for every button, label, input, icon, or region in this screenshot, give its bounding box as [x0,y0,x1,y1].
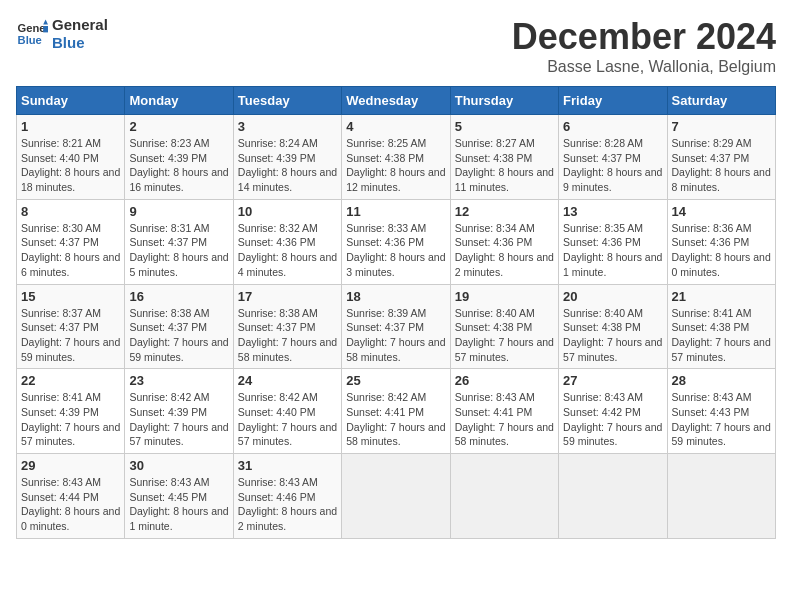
day-info: Sunrise: 8:34 AMSunset: 4:36 PMDaylight:… [455,221,554,280]
day-number: 27 [563,373,662,388]
day-number: 24 [238,373,337,388]
day-info: Sunrise: 8:29 AMSunset: 4:37 PMDaylight:… [672,136,771,195]
day-number: 30 [129,458,228,473]
header: General Blue General Blue December 2024 … [16,16,776,76]
calendar-body: 1Sunrise: 8:21 AMSunset: 4:40 PMDaylight… [17,115,776,539]
svg-text:Blue: Blue [18,34,42,46]
day-number: 7 [672,119,771,134]
logo-general: General [52,16,108,34]
calendar-cell: 31Sunrise: 8:43 AMSunset: 4:46 PMDayligh… [233,454,341,539]
day-info: Sunrise: 8:43 AMSunset: 4:45 PMDaylight:… [129,475,228,534]
calendar-cell: 16Sunrise: 8:38 AMSunset: 4:37 PMDayligh… [125,284,233,369]
calendar-week-5: 29Sunrise: 8:43 AMSunset: 4:44 PMDayligh… [17,454,776,539]
day-number: 31 [238,458,337,473]
calendar-cell: 29Sunrise: 8:43 AMSunset: 4:44 PMDayligh… [17,454,125,539]
calendar-cell: 13Sunrise: 8:35 AMSunset: 4:36 PMDayligh… [559,199,667,284]
page-title: December 2024 [512,16,776,58]
day-info: Sunrise: 8:43 AMSunset: 4:43 PMDaylight:… [672,390,771,449]
calendar-header-sunday: Sunday [17,87,125,115]
day-info: Sunrise: 8:43 AMSunset: 4:44 PMDaylight:… [21,475,120,534]
day-info: Sunrise: 8:40 AMSunset: 4:38 PMDaylight:… [563,306,662,365]
calendar-cell: 28Sunrise: 8:43 AMSunset: 4:43 PMDayligh… [667,369,775,454]
calendar-week-3: 15Sunrise: 8:37 AMSunset: 4:37 PMDayligh… [17,284,776,369]
calendar-header-row: SundayMondayTuesdayWednesdayThursdayFrid… [17,87,776,115]
calendar-cell [559,454,667,539]
page-subtitle: Basse Lasne, Wallonia, Belgium [512,58,776,76]
calendar-cell: 17Sunrise: 8:38 AMSunset: 4:37 PMDayligh… [233,284,341,369]
day-number: 19 [455,289,554,304]
calendar-cell: 2Sunrise: 8:23 AMSunset: 4:39 PMDaylight… [125,115,233,200]
calendar-cell: 22Sunrise: 8:41 AMSunset: 4:39 PMDayligh… [17,369,125,454]
day-number: 18 [346,289,445,304]
calendar-week-4: 22Sunrise: 8:41 AMSunset: 4:39 PMDayligh… [17,369,776,454]
day-number: 26 [455,373,554,388]
day-number: 17 [238,289,337,304]
calendar-header-saturday: Saturday [667,87,775,115]
svg-marker-3 [43,26,48,32]
calendar-cell: 12Sunrise: 8:34 AMSunset: 4:36 PMDayligh… [450,199,558,284]
day-info: Sunrise: 8:38 AMSunset: 4:37 PMDaylight:… [129,306,228,365]
day-info: Sunrise: 8:41 AMSunset: 4:38 PMDaylight:… [672,306,771,365]
calendar-cell [450,454,558,539]
calendar-cell: 15Sunrise: 8:37 AMSunset: 4:37 PMDayligh… [17,284,125,369]
calendar-cell: 1Sunrise: 8:21 AMSunset: 4:40 PMDaylight… [17,115,125,200]
day-info: Sunrise: 8:27 AMSunset: 4:38 PMDaylight:… [455,136,554,195]
day-number: 5 [455,119,554,134]
day-number: 9 [129,204,228,219]
day-info: Sunrise: 8:41 AMSunset: 4:39 PMDaylight:… [21,390,120,449]
day-number: 20 [563,289,662,304]
day-info: Sunrise: 8:43 AMSunset: 4:42 PMDaylight:… [563,390,662,449]
day-info: Sunrise: 8:43 AMSunset: 4:46 PMDaylight:… [238,475,337,534]
calendar-cell: 27Sunrise: 8:43 AMSunset: 4:42 PMDayligh… [559,369,667,454]
day-number: 8 [21,204,120,219]
calendar-cell: 5Sunrise: 8:27 AMSunset: 4:38 PMDaylight… [450,115,558,200]
calendar-week-1: 1Sunrise: 8:21 AMSunset: 4:40 PMDaylight… [17,115,776,200]
calendar-cell [667,454,775,539]
calendar-cell: 14Sunrise: 8:36 AMSunset: 4:36 PMDayligh… [667,199,775,284]
logo-blue: Blue [52,34,108,52]
day-number: 13 [563,204,662,219]
day-number: 21 [672,289,771,304]
day-info: Sunrise: 8:42 AMSunset: 4:39 PMDaylight:… [129,390,228,449]
calendar-cell: 8Sunrise: 8:30 AMSunset: 4:37 PMDaylight… [17,199,125,284]
calendar-cell: 26Sunrise: 8:43 AMSunset: 4:41 PMDayligh… [450,369,558,454]
day-number: 15 [21,289,120,304]
day-info: Sunrise: 8:40 AMSunset: 4:38 PMDaylight:… [455,306,554,365]
day-info: Sunrise: 8:36 AMSunset: 4:36 PMDaylight:… [672,221,771,280]
day-info: Sunrise: 8:33 AMSunset: 4:36 PMDaylight:… [346,221,445,280]
calendar-cell [342,454,450,539]
calendar-table: SundayMondayTuesdayWednesdayThursdayFrid… [16,86,776,539]
calendar-header-wednesday: Wednesday [342,87,450,115]
day-info: Sunrise: 8:42 AMSunset: 4:41 PMDaylight:… [346,390,445,449]
calendar-cell: 20Sunrise: 8:40 AMSunset: 4:38 PMDayligh… [559,284,667,369]
day-number: 6 [563,119,662,134]
day-number: 25 [346,373,445,388]
calendar-week-2: 8Sunrise: 8:30 AMSunset: 4:37 PMDaylight… [17,199,776,284]
day-number: 14 [672,204,771,219]
day-info: Sunrise: 8:31 AMSunset: 4:37 PMDaylight:… [129,221,228,280]
calendar-cell: 6Sunrise: 8:28 AMSunset: 4:37 PMDaylight… [559,115,667,200]
calendar-cell: 25Sunrise: 8:42 AMSunset: 4:41 PMDayligh… [342,369,450,454]
day-number: 16 [129,289,228,304]
calendar-cell: 30Sunrise: 8:43 AMSunset: 4:45 PMDayligh… [125,454,233,539]
day-number: 2 [129,119,228,134]
day-number: 11 [346,204,445,219]
calendar-header-tuesday: Tuesday [233,87,341,115]
day-info: Sunrise: 8:42 AMSunset: 4:40 PMDaylight:… [238,390,337,449]
logo-icon: General Blue [16,18,48,50]
day-number: 12 [455,204,554,219]
calendar-cell: 11Sunrise: 8:33 AMSunset: 4:36 PMDayligh… [342,199,450,284]
calendar-cell: 24Sunrise: 8:42 AMSunset: 4:40 PMDayligh… [233,369,341,454]
day-number: 3 [238,119,337,134]
calendar-cell: 9Sunrise: 8:31 AMSunset: 4:37 PMDaylight… [125,199,233,284]
day-number: 29 [21,458,120,473]
day-number: 23 [129,373,228,388]
day-number: 1 [21,119,120,134]
logo: General Blue General Blue [16,16,108,52]
calendar-cell: 19Sunrise: 8:40 AMSunset: 4:38 PMDayligh… [450,284,558,369]
title-area: December 2024 Basse Lasne, Wallonia, Bel… [512,16,776,76]
day-info: Sunrise: 8:39 AMSunset: 4:37 PMDaylight:… [346,306,445,365]
calendar-cell: 7Sunrise: 8:29 AMSunset: 4:37 PMDaylight… [667,115,775,200]
calendar-cell: 23Sunrise: 8:42 AMSunset: 4:39 PMDayligh… [125,369,233,454]
day-number: 10 [238,204,337,219]
